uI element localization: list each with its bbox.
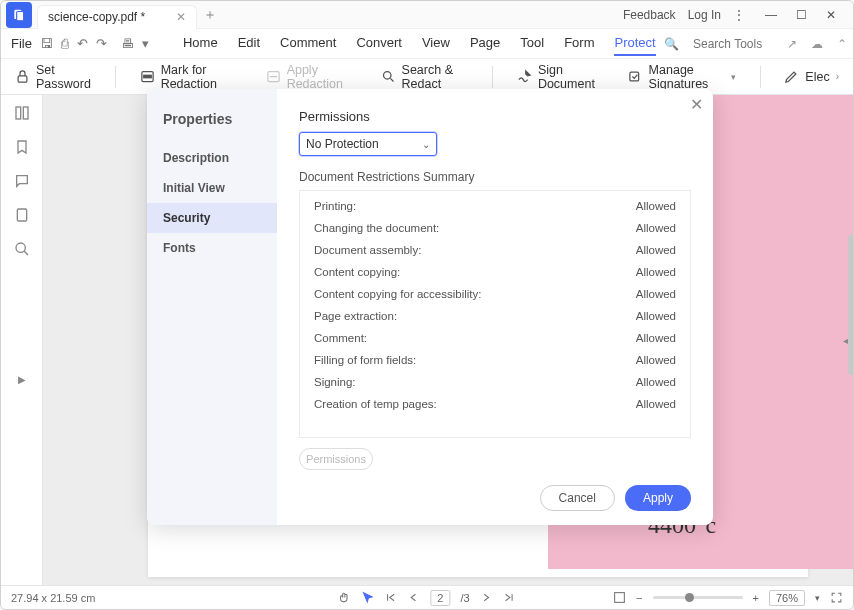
tab-filename: science-copy.pdf *: [48, 10, 145, 24]
search-rail-icon[interactable]: [14, 241, 30, 257]
dialog-title: Properties: [147, 111, 277, 143]
tab-convert[interactable]: Convert: [356, 31, 402, 56]
maximize-icon[interactable]: ☐: [793, 8, 809, 22]
bookmark-icon[interactable]: [14, 139, 30, 155]
redo-icon[interactable]: ↷: [96, 36, 107, 51]
document-tab[interactable]: science-copy.pdf * ✕: [37, 5, 197, 29]
svg-rect-12: [615, 593, 625, 603]
menubar: File 🖫 ⎙ ↶ ↷ 🖶 ▾ Home Edit Comment Conve…: [1, 29, 853, 59]
chevron-down-icon: ⌄: [422, 139, 430, 150]
login-link[interactable]: Log In: [688, 8, 721, 22]
first-page-icon[interactable]: [384, 591, 397, 604]
current-page[interactable]: 2: [437, 592, 443, 604]
dropdown-icon[interactable]: ▾: [142, 36, 149, 51]
restrictions-table: Printing:Allowed Changing the document:A…: [299, 190, 691, 438]
fullscreen-icon[interactable]: [830, 591, 843, 604]
left-rail: ▶: [1, 95, 43, 585]
collapse-ribbon-icon[interactable]: ⌃: [837, 37, 847, 51]
permissions-label: Permissions: [299, 109, 691, 124]
redact-apply-icon: [266, 69, 281, 84]
dialog-nav-security[interactable]: Security: [147, 203, 277, 233]
cloud-icon[interactable]: ☁: [811, 37, 823, 51]
zoom-level[interactable]: 76%: [769, 590, 805, 606]
restrict-row: Changing the document:Allowed: [300, 217, 690, 239]
cancel-button[interactable]: Cancel: [540, 485, 615, 511]
save-icon[interactable]: 🖫: [40, 36, 53, 51]
sign-icon: [517, 69, 532, 84]
vertical-scrollbar[interactable]: [848, 235, 853, 375]
chevron-down-icon: ▾: [731, 72, 736, 82]
statusbar: 27.94 x 21.59 cm 2 /3 − + 76% ▾: [1, 585, 853, 609]
pen-icon: [784, 69, 799, 84]
lock-icon: [15, 69, 30, 84]
svg-point-6: [383, 72, 391, 80]
thumbnails-icon[interactable]: [14, 105, 30, 121]
tab-form[interactable]: Form: [564, 31, 594, 56]
permissions-select-value: No Protection: [306, 137, 379, 151]
chevron-right-icon: ›: [836, 71, 839, 82]
svg-rect-10: [17, 209, 26, 221]
dialog-nav-initial-view[interactable]: Initial View: [147, 173, 277, 203]
svg-point-11: [16, 243, 25, 252]
close-window-icon[interactable]: ✕: [823, 8, 839, 22]
properties-dialog: Properties Description Initial View Secu…: [147, 89, 713, 525]
file-menu[interactable]: File: [11, 36, 32, 51]
tab-page[interactable]: Page: [470, 31, 500, 56]
comment-icon[interactable]: [14, 173, 30, 189]
dialog-nav-fonts[interactable]: Fonts: [147, 233, 277, 263]
feedback-link[interactable]: Feedback: [623, 8, 676, 22]
zoom-slider[interactable]: [653, 596, 743, 599]
tab-view[interactable]: View: [422, 31, 450, 56]
share-icon[interactable]: ↗: [787, 37, 797, 51]
redact-mark-icon: [140, 69, 155, 84]
view-mode-icon[interactable]: [613, 591, 626, 604]
restrict-row: Comment:Allowed: [300, 327, 690, 349]
app-icon: [6, 2, 32, 28]
attachment-icon[interactable]: [14, 207, 30, 223]
titlebar: science-copy.pdf * ✕ ＋ Feedback Log In ⋮…: [1, 1, 853, 29]
new-tab-button[interactable]: ＋: [203, 6, 217, 24]
zoom-in-icon[interactable]: +: [753, 592, 759, 604]
dialog-body: ✕ Permissions No Protection ⌄ Document R…: [277, 89, 713, 525]
svg-rect-7: [629, 72, 638, 81]
printer-icon[interactable]: 🖶: [121, 36, 134, 51]
select-tool-icon[interactable]: [361, 591, 374, 604]
manage-sig-icon: [628, 69, 643, 84]
dialog-nav-description[interactable]: Description: [147, 143, 277, 173]
set-password-button[interactable]: Set Password: [9, 59, 97, 95]
svg-rect-2: [18, 76, 27, 82]
electronic-button[interactable]: Elec ›: [778, 65, 845, 88]
zoom-dropdown-icon[interactable]: ▾: [815, 593, 820, 603]
apply-button[interactable]: Apply: [625, 485, 691, 511]
svg-rect-4: [143, 75, 151, 78]
dialog-sidebar: Properties Description Initial View Secu…: [147, 89, 277, 525]
minimize-icon[interactable]: —: [763, 8, 779, 22]
tab-protect[interactable]: Protect: [614, 31, 655, 56]
permissions-button-disabled: Permissions: [299, 448, 373, 470]
close-dialog-icon[interactable]: ✕: [690, 95, 703, 114]
restrict-row: Content copying for accessibility:Allowe…: [300, 283, 690, 305]
print-icon[interactable]: ⎙: [61, 36, 69, 51]
next-page-icon[interactable]: [480, 591, 493, 604]
total-pages: /3: [460, 592, 469, 604]
last-page-icon[interactable]: [503, 591, 516, 604]
tab-comment[interactable]: Comment: [280, 31, 336, 56]
restrict-row: Creation of temp pages:Allowed: [300, 393, 690, 415]
svg-rect-8: [16, 107, 21, 119]
permissions-select[interactable]: No Protection ⌄: [299, 132, 437, 156]
restrict-row: Signing:Allowed: [300, 371, 690, 393]
kebab-menu-icon[interactable]: ⋮: [733, 8, 745, 22]
search-input[interactable]: [693, 37, 773, 51]
expand-rail-icon[interactable]: ▶: [18, 374, 26, 385]
tab-tool[interactable]: Tool: [520, 31, 544, 56]
undo-icon[interactable]: ↶: [77, 36, 88, 51]
tab-home[interactable]: Home: [183, 31, 218, 56]
svg-rect-9: [23, 107, 28, 119]
tab-edit[interactable]: Edit: [238, 31, 260, 56]
restrict-row: Printing:Allowed: [300, 195, 690, 217]
zoom-out-icon[interactable]: −: [636, 592, 642, 604]
close-tab-icon[interactable]: ✕: [176, 10, 186, 24]
search-icon[interactable]: 🔍: [664, 37, 679, 51]
hand-tool-icon[interactable]: [338, 591, 351, 604]
prev-page-icon[interactable]: [407, 591, 420, 604]
